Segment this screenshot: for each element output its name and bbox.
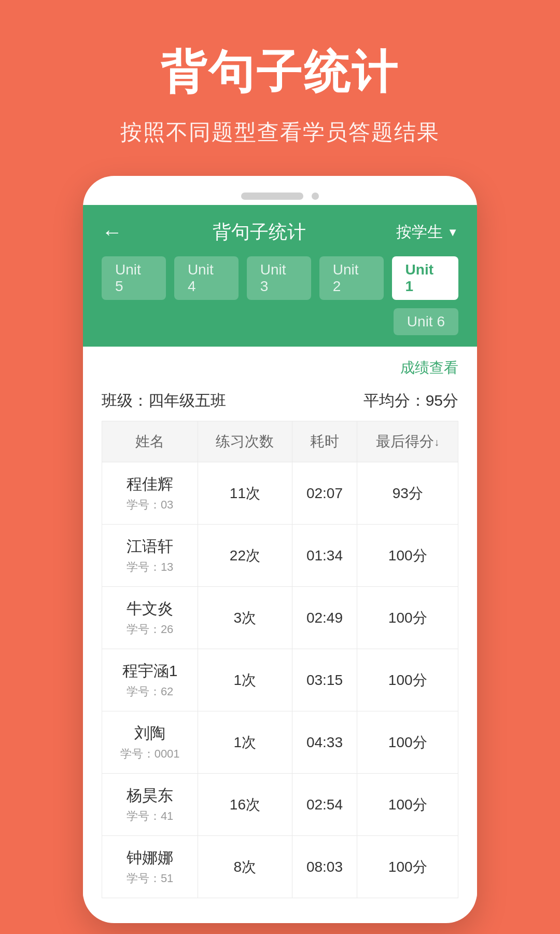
score-cell: 100分 bbox=[357, 711, 458, 774]
student-name-cell: 江语轩 学号：13 bbox=[102, 525, 198, 587]
time-cell: 02:49 bbox=[292, 587, 357, 649]
avg-score: 平均分：95分 bbox=[363, 390, 458, 411]
class-info-row: 班级：四年级五班 平均分：95分 bbox=[102, 383, 458, 421]
practice-cell: 3次 bbox=[198, 587, 292, 649]
time-cell: 08:03 bbox=[292, 836, 357, 898]
hero-subtitle: 按照不同题型查看学员答题结果 bbox=[120, 118, 440, 147]
class-name: 班级：四年级五班 bbox=[102, 390, 226, 411]
unit-tab-5[interactable]: Unit 5 bbox=[102, 256, 166, 300]
table-row: 程宇涵1 学号：62 1次 03:15 100分 bbox=[102, 649, 458, 711]
unit-tabs-row2: Unit 6 bbox=[102, 308, 458, 347]
score-cell: 100分 bbox=[357, 836, 458, 898]
student-name-cell: 刘陶 学号：0001 bbox=[102, 711, 198, 774]
table-row: 钟娜娜 学号：51 8次 08:03 100分 bbox=[102, 836, 458, 898]
col-score[interactable]: 最后得分↓ bbox=[357, 421, 458, 462]
practice-cell: 22次 bbox=[198, 525, 292, 587]
page-title: 背句子统计 bbox=[213, 219, 306, 245]
unit-tab-6[interactable]: Unit 6 bbox=[394, 308, 458, 335]
student-name: 杨昊东 bbox=[108, 785, 191, 806]
practice-cell: 16次 bbox=[198, 774, 292, 836]
score-cell: 100分 bbox=[357, 774, 458, 836]
student-name: 江语轩 bbox=[108, 536, 191, 557]
score-cell: 100分 bbox=[357, 587, 458, 649]
student-name: 程佳辉 bbox=[108, 474, 191, 495]
phone-notch bbox=[83, 193, 477, 200]
results-table: 姓名 练习次数 耗时 最后得分↓ 程佳辉 学号：03 11次 02:07 93分… bbox=[102, 421, 458, 898]
main-content: 成绩查看 班级：四年级五班 平均分：95分 姓名 练习次数 耗时 最后得分↓ 程… bbox=[83, 347, 477, 898]
time-cell: 02:07 bbox=[292, 462, 357, 525]
student-name-cell: 杨昊东 学号：41 bbox=[102, 774, 198, 836]
chevron-down-icon: ▼ bbox=[447, 226, 458, 239]
student-id: 学号：51 bbox=[108, 871, 191, 886]
table-row: 牛文炎 学号：26 3次 02:49 100分 bbox=[102, 587, 458, 649]
table-row: 刘陶 学号：0001 1次 04:33 100分 bbox=[102, 711, 458, 774]
student-id: 学号：0001 bbox=[108, 746, 191, 762]
score-cell: 100分 bbox=[357, 525, 458, 587]
unit-tab-3[interactable]: Unit 3 bbox=[247, 256, 311, 300]
score-cell: 100分 bbox=[357, 649, 458, 711]
filter-dropdown[interactable]: 按学生 ▼ bbox=[396, 222, 458, 243]
unit-tab-1[interactable]: Unit 1 bbox=[392, 256, 458, 300]
table-row: 程佳辉 学号：03 11次 02:07 93分 bbox=[102, 462, 458, 525]
back-button[interactable]: ← bbox=[102, 221, 122, 244]
unit-tab-4[interactable]: Unit 4 bbox=[174, 256, 239, 300]
student-name: 牛文炎 bbox=[108, 598, 191, 620]
time-cell: 02:54 bbox=[292, 774, 357, 836]
student-name-cell: 程宇涵1 学号：62 bbox=[102, 649, 198, 711]
phone-mockup: ← 背句子统计 按学生 ▼ Unit 5 Unit 4 Unit 3 Unit … bbox=[83, 176, 477, 923]
unit-tabs-row1: Unit 5 Unit 4 Unit 3 Unit 2 Unit 1 bbox=[102, 256, 458, 308]
student-name: 程宇涵1 bbox=[108, 661, 191, 682]
practice-cell: 1次 bbox=[198, 649, 292, 711]
student-name-cell: 钟娜娜 学号：51 bbox=[102, 836, 198, 898]
table-row: 江语轩 学号：13 22次 01:34 100分 bbox=[102, 525, 458, 587]
unit-tab-2[interactable]: Unit 2 bbox=[319, 256, 384, 300]
student-name-cell: 程佳辉 学号：03 bbox=[102, 462, 198, 525]
student-id: 学号：26 bbox=[108, 622, 191, 637]
student-id: 学号：03 bbox=[108, 497, 191, 513]
score-link[interactable]: 成绩查看 bbox=[102, 347, 458, 383]
time-cell: 01:34 bbox=[292, 525, 357, 587]
time-cell: 04:33 bbox=[292, 711, 357, 774]
app-header: ← 背句子统计 按学生 ▼ Unit 5 Unit 4 Unit 3 Unit … bbox=[83, 205, 477, 347]
col-time: 耗时 bbox=[292, 421, 357, 462]
filter-label: 按学生 bbox=[396, 222, 443, 243]
student-name-cell: 牛文炎 学号：26 bbox=[102, 587, 198, 649]
time-cell: 03:15 bbox=[292, 649, 357, 711]
practice-cell: 8次 bbox=[198, 836, 292, 898]
col-practice: 练习次数 bbox=[198, 421, 292, 462]
score-cell: 93分 bbox=[357, 462, 458, 525]
col-name: 姓名 bbox=[102, 421, 198, 462]
student-name: 刘陶 bbox=[108, 723, 191, 744]
practice-cell: 11次 bbox=[198, 462, 292, 525]
student-id: 学号：62 bbox=[108, 684, 191, 699]
student-id: 学号：13 bbox=[108, 559, 191, 575]
phone-speaker bbox=[241, 193, 303, 200]
table-row: 杨昊东 学号：41 16次 02:54 100分 bbox=[102, 774, 458, 836]
hero-title: 背句子统计 bbox=[161, 42, 399, 103]
practice-cell: 1次 bbox=[198, 711, 292, 774]
header-row: ← 背句子统计 按学生 ▼ bbox=[102, 219, 458, 256]
student-name: 钟娜娜 bbox=[108, 847, 191, 869]
student-id: 学号：41 bbox=[108, 808, 191, 824]
phone-camera bbox=[312, 193, 319, 200]
